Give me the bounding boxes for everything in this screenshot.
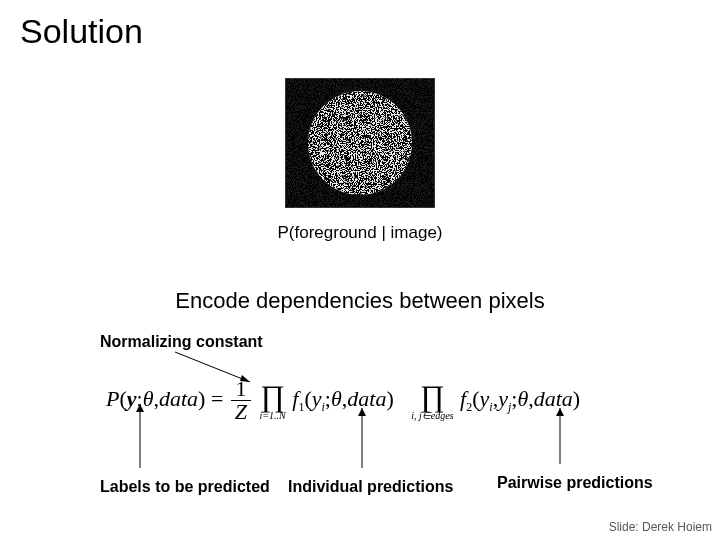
normalizing-constant-label: Normalizing constant: [100, 333, 263, 351]
slide-title: Solution: [20, 12, 143, 51]
figure-caption: P(foreground | image): [0, 223, 720, 243]
slide-credit: Slide: Derek Hoiem: [609, 520, 712, 534]
eq-fraction: 1Z: [231, 378, 251, 423]
pairwise-predictions-label: Pairwise predictions: [497, 474, 653, 492]
noisy-circle-image: [285, 78, 435, 208]
labels-predicted-label: Labels to be predicted: [100, 478, 270, 496]
eq-data: data: [159, 386, 198, 411]
subtitle: Encode dependencies between pixels: [0, 288, 720, 314]
eq-product-1: ∏i=1..N: [260, 381, 286, 421]
eq-P: P: [106, 386, 119, 411]
eq-theta: θ: [143, 386, 154, 411]
eq-product-2: ∏i, j∈edges: [411, 381, 453, 421]
equation: P(y;θ,data) = 1Z ∏i=1..N f1(yi;θ,data) ∏…: [106, 378, 580, 423]
slide: Solution P(foreground | image) Encode de…: [0, 0, 720, 540]
individual-predictions-label: Individual predictions: [288, 478, 453, 496]
figure: [0, 78, 720, 212]
eq-y: y: [127, 386, 137, 411]
